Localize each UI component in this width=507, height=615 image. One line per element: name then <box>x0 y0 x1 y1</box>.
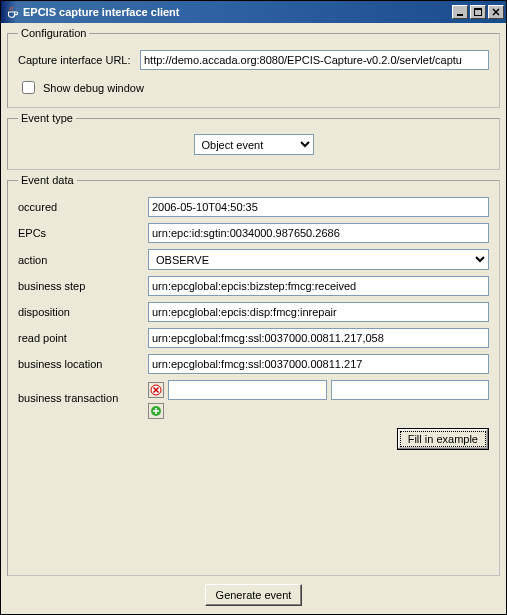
titlebar[interactable]: EPCIS capture interface client <box>1 1 506 23</box>
occured-label: occured <box>18 201 148 213</box>
capture-url-input[interactable] <box>140 50 489 70</box>
biztx-input-2[interactable] <box>331 380 490 400</box>
readpoint-row: read point <box>18 328 489 348</box>
disposition-label: disposition <box>18 306 148 318</box>
epcs-row: EPCs <box>18 223 489 243</box>
app-window: EPCIS capture interface client Configura… <box>0 0 507 615</box>
content-area: Configuration Capture interface URL: Sho… <box>1 23 506 614</box>
close-button[interactable] <box>488 5 504 19</box>
bizlocation-row: business location <box>18 354 489 374</box>
titlebar-buttons <box>452 5 504 19</box>
svg-rect-2 <box>474 8 482 10</box>
minimize-button[interactable] <box>452 5 468 19</box>
bizstep-row: business step <box>18 276 489 296</box>
window-title: EPCIS capture interface client <box>23 6 452 18</box>
readpoint-input[interactable] <box>148 328 489 348</box>
bizstep-label: business step <box>18 280 148 292</box>
remove-icon <box>150 384 162 396</box>
disposition-input[interactable] <box>148 302 489 322</box>
action-row: action OBSERVE <box>18 249 489 270</box>
readpoint-label: read point <box>18 332 148 344</box>
configuration-group: Configuration Capture interface URL: Sho… <box>7 27 500 108</box>
generate-event-button[interactable]: Generate event <box>205 584 303 606</box>
eventtype-legend: Event type <box>18 112 76 124</box>
biztx-input-1[interactable] <box>168 380 327 400</box>
debug-checkbox-label: Show debug window <box>43 82 144 94</box>
epcs-input[interactable] <box>148 223 489 243</box>
bizlocation-input[interactable] <box>148 354 489 374</box>
action-label: action <box>18 254 148 266</box>
eventtype-select[interactable]: Object event <box>194 134 314 155</box>
bizstep-input[interactable] <box>148 276 489 296</box>
epcs-label: EPCs <box>18 227 148 239</box>
eventdata-legend: Event data <box>18 174 77 186</box>
debug-checkbox-row[interactable]: Show debug window <box>18 78 489 97</box>
capture-url-row: Capture interface URL: <box>18 50 489 70</box>
disposition-row: disposition <box>18 302 489 322</box>
occured-input[interactable] <box>148 197 489 217</box>
capture-url-label: Capture interface URL: <box>18 54 140 66</box>
biztx-label: business transaction <box>18 380 148 404</box>
debug-checkbox[interactable] <box>22 81 35 94</box>
eventdata-group: Event data occured EPCs action OBSERVE b… <box>7 174 500 576</box>
configuration-legend: Configuration <box>18 27 89 39</box>
eventtype-group: Event type Object event <box>7 112 500 170</box>
biztx-row: business transaction <box>18 380 489 419</box>
occured-row: occured <box>18 197 489 217</box>
add-biztx-button[interactable] <box>148 403 164 419</box>
maximize-button[interactable] <box>470 5 486 19</box>
svg-rect-0 <box>457 14 463 16</box>
remove-biztx-button[interactable] <box>148 382 164 398</box>
java-icon <box>5 5 19 19</box>
add-icon <box>150 405 162 417</box>
bizlocation-label: business location <box>18 358 148 370</box>
fill-example-button[interactable]: Fill in example <box>397 428 489 450</box>
action-select[interactable]: OBSERVE <box>148 249 489 270</box>
